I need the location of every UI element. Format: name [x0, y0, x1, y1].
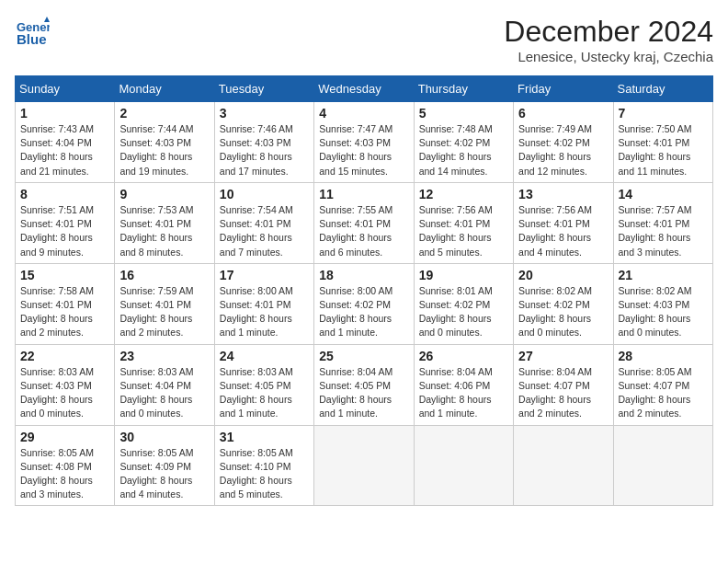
day-info: Sunrise: 7:53 AMSunset: 4:01 PMDaylight:… — [119, 203, 209, 259]
calendar-week-row: 22 Sunrise: 8:03 AMSunset: 4:03 PMDaylig… — [16, 344, 713, 425]
calendar-day-cell: 23 Sunrise: 8:03 AMSunset: 4:04 PMDaylig… — [115, 344, 214, 425]
calendar-day-cell: 9 Sunrise: 7:53 AMSunset: 4:01 PMDayligh… — [115, 182, 214, 263]
calendar-day-cell: 29 Sunrise: 8:05 AMSunset: 4:08 PMDaylig… — [16, 425, 115, 506]
calendar-day-cell: 16 Sunrise: 7:59 AMSunset: 4:01 PMDaylig… — [115, 263, 214, 344]
day-info: Sunrise: 7:48 AMSunset: 4:02 PMDaylight:… — [419, 122, 508, 178]
calendar-day-cell: 11 Sunrise: 7:55 AMSunset: 4:01 PMDaylig… — [314, 182, 414, 263]
weekday-saturday: Saturday — [613, 76, 712, 102]
calendar-day-cell — [613, 425, 712, 506]
month-title: December 2024 — [504, 15, 713, 49]
day-number: 9 — [119, 187, 209, 201]
calendar-day-cell: 4 Sunrise: 7:47 AMSunset: 4:03 PMDayligh… — [314, 102, 414, 183]
day-number: 23 — [119, 349, 209, 363]
title-area: December 2024 Lenesice, Ustecky kraj, Cz… — [504, 15, 713, 64]
day-info: Sunrise: 8:00 AMSunset: 4:02 PMDaylight:… — [319, 284, 408, 340]
day-number: 26 — [419, 349, 508, 363]
day-info: Sunrise: 7:56 AMSunset: 4:01 PMDaylight:… — [419, 203, 508, 259]
calendar-day-cell: 26 Sunrise: 8:04 AMSunset: 4:06 PMDaylig… — [414, 344, 513, 425]
calendar-day-cell: 1 Sunrise: 7:43 AMSunset: 4:04 PMDayligh… — [16, 102, 115, 183]
calendar-day-cell — [414, 425, 513, 506]
calendar-week-row: 8 Sunrise: 7:51 AMSunset: 4:01 PMDayligh… — [16, 182, 713, 263]
day-info: Sunrise: 8:05 AMSunset: 4:08 PMDaylight:… — [20, 446, 109, 502]
day-number: 3 — [220, 106, 309, 121]
day-number: 6 — [518, 106, 608, 121]
calendar-day-cell: 6 Sunrise: 7:49 AMSunset: 4:02 PMDayligh… — [514, 102, 613, 183]
calendar-day-cell: 27 Sunrise: 8:04 AMSunset: 4:07 PMDaylig… — [514, 344, 613, 425]
day-info: Sunrise: 8:00 AMSunset: 4:01 PMDaylight:… — [220, 284, 309, 340]
day-info: Sunrise: 7:57 AMSunset: 4:01 PMDaylight:… — [619, 203, 708, 259]
calendar-day-cell: 18 Sunrise: 8:00 AMSunset: 4:02 PMDaylig… — [314, 263, 414, 344]
day-info: Sunrise: 7:46 AMSunset: 4:03 PMDaylight:… — [220, 122, 309, 178]
day-info: Sunrise: 7:43 AMSunset: 4:04 PMDaylight:… — [20, 122, 109, 178]
day-number: 11 — [319, 187, 408, 201]
svg-marker-2 — [44, 17, 50, 22]
logo-icon: General Blue — [15, 15, 50, 50]
day-number: 30 — [119, 430, 209, 444]
weekday-wednesday: Wednesday — [314, 76, 414, 102]
calendar-week-row: 1 Sunrise: 7:43 AMSunset: 4:04 PMDayligh… — [16, 102, 713, 183]
weekday-friday: Friday — [514, 76, 613, 102]
day-number: 28 — [619, 349, 708, 363]
calendar-day-cell: 14 Sunrise: 7:57 AMSunset: 4:01 PMDaylig… — [613, 182, 712, 263]
day-number: 4 — [319, 106, 408, 121]
calendar-day-cell: 13 Sunrise: 7:56 AMSunset: 4:01 PMDaylig… — [514, 182, 613, 263]
calendar-day-cell: 25 Sunrise: 8:04 AMSunset: 4:05 PMDaylig… — [314, 344, 414, 425]
day-info: Sunrise: 7:56 AMSunset: 4:01 PMDaylight:… — [518, 203, 608, 259]
calendar-day-cell: 15 Sunrise: 7:58 AMSunset: 4:01 PMDaylig… — [16, 263, 115, 344]
day-number: 13 — [518, 187, 608, 201]
day-number: 17 — [220, 268, 309, 282]
day-info: Sunrise: 8:01 AMSunset: 4:02 PMDaylight:… — [419, 284, 508, 340]
calendar-week-row: 15 Sunrise: 7:58 AMSunset: 4:01 PMDaylig… — [16, 263, 713, 344]
day-number: 27 — [518, 349, 608, 363]
day-info: Sunrise: 8:04 AMSunset: 4:06 PMDaylight:… — [419, 365, 508, 421]
logo: General Blue — [15, 15, 50, 50]
calendar-day-cell: 20 Sunrise: 8:02 AMSunset: 4:02 PMDaylig… — [514, 263, 613, 344]
calendar-day-cell — [514, 425, 613, 506]
calendar-day-cell: 5 Sunrise: 7:48 AMSunset: 4:02 PMDayligh… — [414, 102, 513, 183]
day-number: 1 — [20, 106, 109, 121]
calendar-day-cell: 7 Sunrise: 7:50 AMSunset: 4:01 PMDayligh… — [613, 102, 712, 183]
page-header: General Blue December 2024 Lenesice, Ust… — [15, 15, 713, 64]
weekday-thursday: Thursday — [414, 76, 513, 102]
day-info: Sunrise: 7:54 AMSunset: 4:01 PMDaylight:… — [220, 203, 309, 259]
day-number: 18 — [319, 268, 408, 282]
weekday-sunday: Sunday — [16, 76, 115, 102]
calendar-day-cell: 22 Sunrise: 8:03 AMSunset: 4:03 PMDaylig… — [16, 344, 115, 425]
day-number: 12 — [419, 187, 508, 201]
day-number: 7 — [619, 106, 708, 121]
day-info: Sunrise: 7:50 AMSunset: 4:01 PMDaylight:… — [619, 122, 708, 178]
calendar-day-cell: 19 Sunrise: 8:01 AMSunset: 4:02 PMDaylig… — [414, 263, 513, 344]
day-number: 16 — [119, 268, 209, 282]
calendar-day-cell: 30 Sunrise: 8:05 AMSunset: 4:09 PMDaylig… — [115, 425, 214, 506]
day-number: 31 — [220, 430, 309, 444]
day-info: Sunrise: 8:05 AMSunset: 4:09 PMDaylight:… — [119, 446, 209, 502]
day-info: Sunrise: 7:44 AMSunset: 4:03 PMDaylight:… — [119, 122, 209, 178]
day-info: Sunrise: 8:04 AMSunset: 4:07 PMDaylight:… — [518, 365, 608, 421]
calendar-day-cell: 8 Sunrise: 7:51 AMSunset: 4:01 PMDayligh… — [16, 182, 115, 263]
day-number: 15 — [20, 268, 109, 282]
day-info: Sunrise: 8:02 AMSunset: 4:02 PMDaylight:… — [518, 284, 608, 340]
day-number: 2 — [119, 106, 209, 121]
day-number: 8 — [20, 187, 109, 201]
day-number: 29 — [20, 430, 109, 444]
day-number: 22 — [20, 349, 109, 363]
day-number: 19 — [419, 268, 508, 282]
weekday-tuesday: Tuesday — [214, 76, 313, 102]
day-number: 24 — [220, 349, 309, 363]
svg-text:Blue: Blue — [17, 31, 47, 47]
day-info: Sunrise: 8:04 AMSunset: 4:05 PMDaylight:… — [319, 365, 408, 421]
weekday-monday: Monday — [115, 76, 214, 102]
day-number: 20 — [518, 268, 608, 282]
day-info: Sunrise: 7:51 AMSunset: 4:01 PMDaylight:… — [20, 203, 109, 259]
weekday-header-row: Sunday Monday Tuesday Wednesday Thursday… — [16, 76, 713, 102]
calendar-day-cell: 21 Sunrise: 8:02 AMSunset: 4:03 PMDaylig… — [613, 263, 712, 344]
day-info: Sunrise: 8:05 AMSunset: 4:07 PMDaylight:… — [619, 365, 708, 421]
calendar-day-cell: 3 Sunrise: 7:46 AMSunset: 4:03 PMDayligh… — [214, 102, 313, 183]
calendar-table: Sunday Monday Tuesday Wednesday Thursday… — [15, 75, 713, 506]
calendar-day-cell: 31 Sunrise: 8:05 AMSunset: 4:10 PMDaylig… — [214, 425, 313, 506]
calendar-day-cell: 12 Sunrise: 7:56 AMSunset: 4:01 PMDaylig… — [414, 182, 513, 263]
day-info: Sunrise: 8:03 AMSunset: 4:05 PMDaylight:… — [220, 365, 309, 421]
day-info: Sunrise: 7:49 AMSunset: 4:02 PMDaylight:… — [518, 122, 608, 178]
day-info: Sunrise: 7:47 AMSunset: 4:03 PMDaylight:… — [319, 122, 408, 178]
day-number: 25 — [319, 349, 408, 363]
